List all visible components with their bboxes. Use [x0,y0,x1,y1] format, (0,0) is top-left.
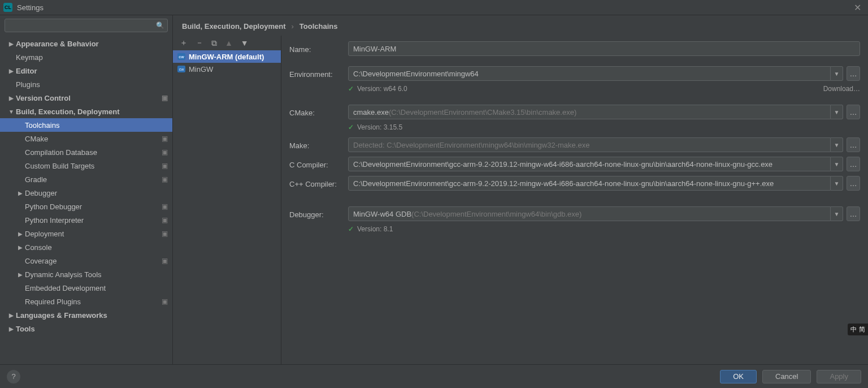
mingw-icon: cw [177,66,185,72]
tree-coverage[interactable]: Coverage▣ [0,254,172,268]
toolchain-item-mingw[interactable]: cw MinGW [173,63,281,75]
tree-editor[interactable]: ▶Editor [0,64,172,77]
cppcompiler-label: C++ Compiler: [289,179,348,188]
chevron-right-icon: › [291,22,293,31]
search-icon: 🔍 [156,21,164,29]
toolchain-list-pane: ＋ － ⧉ ▲ ▼ cw MinGW-ARM (default) cw MinG… [173,36,281,364]
remove-button[interactable]: － [196,38,203,48]
breadcrumb: Build, Execution, Deployment › Toolchain… [173,15,868,36]
tree-tools[interactable]: ▶Tools [0,322,172,335]
project-icon: ▣ [162,298,168,305]
make-dropdown[interactable]: ▼ [831,137,843,152]
ccompiler-input[interactable]: C:\DevelopmentEnvironment\gcc-arm-9.2-20… [348,157,831,171]
check-icon: ✓ [348,123,354,131]
cmake-dropdown[interactable]: ▼ [831,105,843,119]
tree-toolchains[interactable]: Toolchains [0,118,172,132]
settings-sidebar: 🔍 ▶Appearance & Behavior Keymap ▶Editor … [0,15,173,364]
help-button[interactable]: ? [7,370,20,383]
cmake-label: CMake: [289,107,348,117]
project-icon: ▣ [162,162,168,170]
tree-gradle[interactable]: Gradle▣ [0,173,172,186]
make-browse[interactable]: … [847,137,860,152]
cmake-input[interactable]: cmake.exe (C:\DevelopmentEnvironment\CMa… [348,105,831,119]
project-icon: ▣ [162,202,168,210]
ccompiler-label: C Compiler: [289,159,348,169]
tree-compilation-db[interactable]: Compilation Database▣ [0,145,172,159]
cppcompiler-browse[interactable]: … [847,176,860,191]
project-icon: ▣ [162,216,168,224]
tree-appearance[interactable]: ▶Appearance & Behavior [0,37,172,50]
tree-debugger[interactable]: ▶Debugger [0,186,172,200]
make-label: Make: [289,140,348,150]
env-version-label: Version: w64 6.0 [357,85,407,93]
environment-browse[interactable]: … [847,66,860,81]
cmake-version-label: Version: 3.15.5 [357,123,402,131]
download-link[interactable]: Download… [823,85,860,93]
project-icon: ▣ [162,257,168,265]
environment-label: Environment: [289,69,348,79]
check-icon: ✓ [348,85,354,93]
toolchain-item-mingw-arm[interactable]: cw MinGW-ARM (default) [173,50,281,63]
tree-dynamic-analysis[interactable]: ▶Dynamic Analysis Tools [0,268,172,281]
dialog-footer: ? OK Cancel Apply [0,364,868,388]
tree-custom-build[interactable]: Custom Build Targets▣ [0,159,172,173]
tree-plugins[interactable]: Plugins [0,77,172,91]
project-icon: ▣ [162,94,168,102]
copy-button[interactable]: ⧉ [211,38,217,48]
cppcompiler-input[interactable]: C:\DevelopmentEnvironment\gcc-arm-9.2-20… [348,176,831,191]
project-icon: ▣ [162,135,168,143]
environment-dropdown[interactable]: ▼ [831,66,843,81]
tree-embedded[interactable]: Embedded Development [0,281,172,295]
tree-cmake[interactable]: CMake▣ [0,132,172,145]
tree-deployment[interactable]: ▶Deployment▣ [0,227,172,240]
tree-console[interactable]: ▶Console [0,240,172,254]
titlebar: CL Settings ✕ [0,0,868,15]
app-icon: CL [3,3,12,12]
main: 🔍 ▶Appearance & Behavior Keymap ▶Editor … [0,15,868,364]
cancel-button[interactable]: Cancel [762,370,811,383]
window-title: Settings [17,3,44,12]
debugger-input[interactable]: MinGW-w64 GDB (C:\DevelopmentEnvironment… [348,206,831,221]
check-icon: ✓ [348,225,354,233]
ok-button[interactable]: OK [720,370,757,383]
debugger-browse[interactable]: … [847,206,860,221]
cppcompiler-dropdown[interactable]: ▼ [831,176,843,191]
tree-required-plugins[interactable]: Required Plugins▣ [0,295,172,308]
breadcrumb-part: Toolchains [300,22,338,31]
ccompiler-browse[interactable]: … [847,157,860,171]
content: Build, Execution, Deployment › Toolchain… [173,15,868,364]
ime-indicator[interactable]: 中简 [848,324,868,335]
environment-input[interactable]: C:\DevelopmentEnvironment\mingw64 [348,66,831,81]
name-label: Name: [289,44,348,54]
project-icon: ▣ [162,148,168,156]
tree-build[interactable]: ▼Build, Execution, Deployment [0,105,172,118]
tree-python-interpreter[interactable]: Python Interpreter▣ [0,213,172,227]
project-icon: ▣ [162,175,168,183]
cmake-browse[interactable]: … [847,105,860,119]
ccompiler-dropdown[interactable]: ▼ [831,157,843,171]
debugger-version-label: Version: 8.1 [357,225,393,233]
make-input[interactable]: Detected: C:\DevelopmentEnvironment\ming… [348,137,831,152]
search-input[interactable] [5,19,168,32]
toolchain-form: Name: MinGW-ARM Environment: C:\Developm… [281,36,868,364]
tree-version-control[interactable]: ▶Version Control▣ [0,91,172,105]
debugger-dropdown[interactable]: ▼ [831,206,843,221]
debugger-label: Debugger: [289,209,348,219]
move-up-button[interactable]: ▲ [225,38,233,48]
tree-lang-frameworks[interactable]: ▶Languages & Frameworks [0,308,172,322]
breadcrumb-part[interactable]: Build, Execution, Deployment [182,22,285,31]
settings-tree: ▶Appearance & Behavior Keymap ▶Editor Pl… [0,36,172,364]
apply-button[interactable]: Apply [817,370,861,383]
project-icon: ▣ [162,230,168,238]
tree-keymap[interactable]: Keymap [0,50,172,64]
name-input[interactable]: MinGW-ARM [348,41,860,56]
mingw-icon: cw [177,53,185,60]
close-icon[interactable]: ✕ [850,2,865,13]
move-down-button[interactable]: ▼ [241,38,249,48]
tree-python-debugger[interactable]: Python Debugger▣ [0,200,172,213]
add-button[interactable]: ＋ [180,38,188,48]
